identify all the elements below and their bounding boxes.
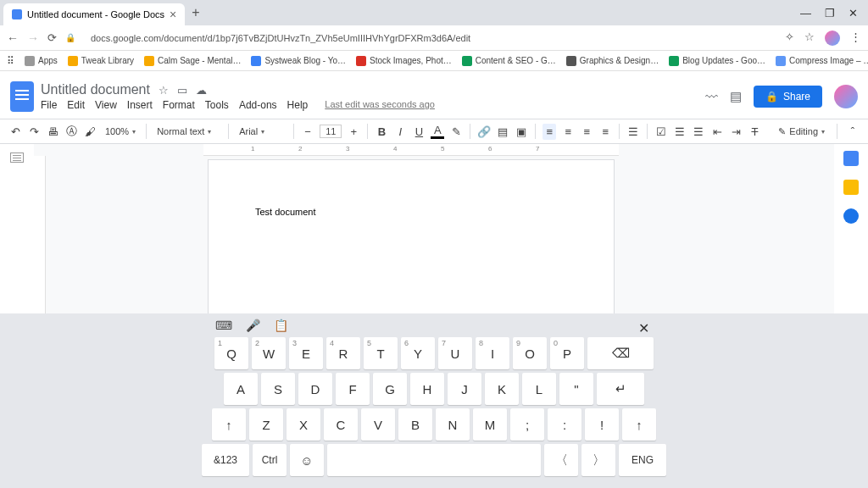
print-icon[interactable]: 🖶 bbox=[46, 125, 59, 138]
key-d[interactable]: D bbox=[298, 373, 332, 405]
key-n[interactable]: N bbox=[436, 408, 470, 441]
undo-icon[interactable]: ↶ bbox=[8, 125, 22, 138]
editing-mode-dropdown[interactable]: ✎ Editing bbox=[775, 126, 828, 137]
clipboard-icon[interactable]: 📋 bbox=[274, 319, 288, 332]
key-m[interactable]: M bbox=[473, 408, 507, 441]
key-x[interactable]: X bbox=[287, 408, 320, 441]
key-w[interactable]: 2W bbox=[252, 337, 286, 369]
align-justify-icon[interactable]: ≡ bbox=[598, 125, 612, 138]
minimize-icon[interactable]: — bbox=[800, 7, 811, 19]
toolbar-collapse-icon[interactable]: ˆ bbox=[846, 125, 860, 138]
number-list-icon[interactable]: ☰ bbox=[692, 125, 705, 138]
last-edit-status[interactable]: Last edit was seconds ago bbox=[325, 99, 435, 111]
key-h[interactable]: H bbox=[410, 373, 444, 405]
key-enter[interactable]: ↵ bbox=[597, 373, 644, 405]
key-language[interactable]: ENG bbox=[619, 444, 666, 476]
menu-help[interactable]: Help bbox=[287, 99, 309, 111]
menu-file[interactable]: File bbox=[41, 99, 57, 111]
share-page-icon[interactable]: ✧ bbox=[785, 30, 794, 46]
key-e[interactable]: 3E bbox=[289, 337, 323, 369]
font-size-increase[interactable]: + bbox=[347, 125, 360, 138]
keyboard-layout-icon[interactable]: ⌨ bbox=[215, 319, 232, 332]
key-punct[interactable]: : bbox=[548, 408, 581, 441]
star-icon[interactable]: ☆ bbox=[159, 84, 169, 97]
comment-insert-icon[interactable]: ▤ bbox=[496, 125, 509, 138]
key-emoji[interactable]: ☺ bbox=[290, 444, 324, 476]
key-i[interactable]: 8I bbox=[476, 337, 509, 369]
key-v[interactable]: V bbox=[361, 408, 395, 441]
bookmark-item[interactable]: Blog Updates - Goo… bbox=[669, 56, 765, 66]
key-punct[interactable]: ! bbox=[585, 408, 619, 441]
bold-icon[interactable]: B bbox=[375, 125, 388, 138]
bullet-list-icon[interactable]: ☰ bbox=[673, 125, 687, 138]
font-size-decrease[interactable]: − bbox=[301, 125, 314, 138]
key-s[interactable]: S bbox=[261, 373, 295, 405]
key-left[interactable]: 〈 bbox=[544, 444, 578, 476]
align-left-icon[interactable]: ≡ bbox=[542, 124, 556, 140]
bookmark-item[interactable]: Graphics & Design… bbox=[566, 56, 659, 66]
key-j[interactable]: J bbox=[448, 373, 481, 405]
microphone-icon[interactable]: 🎤 bbox=[246, 319, 260, 332]
bookmark-item[interactable]: Apps bbox=[25, 56, 58, 66]
align-center-icon[interactable]: ≡ bbox=[561, 125, 575, 138]
document-title[interactable]: Untitled document bbox=[41, 82, 150, 97]
checklist-icon[interactable]: ☑ bbox=[654, 125, 668, 138]
font-dropdown[interactable]: Arial bbox=[236, 126, 287, 136]
cloud-status-icon[interactable]: ☁ bbox=[196, 84, 207, 97]
profile-avatar-small[interactable] bbox=[825, 30, 840, 46]
key-z[interactable]: Z bbox=[249, 408, 283, 441]
key-t[interactable]: 5T bbox=[364, 337, 398, 369]
new-tab-button[interactable]: + bbox=[192, 5, 199, 20]
comments-icon[interactable]: ▤ bbox=[730, 89, 742, 104]
key-g[interactable]: G bbox=[373, 373, 407, 405]
menu-insert[interactable]: Insert bbox=[127, 99, 153, 111]
key-ctrl[interactable]: Ctrl bbox=[253, 444, 287, 476]
key-punct[interactable]: ; bbox=[510, 408, 544, 441]
key-shift-left[interactable]: ↑ bbox=[212, 408, 246, 441]
key-q[interactable]: 1Q bbox=[214, 337, 248, 369]
bookmark-item[interactable]: Stock Images, Phot… bbox=[356, 56, 452, 66]
spellcheck-icon[interactable]: Ⓐ bbox=[64, 124, 78, 139]
paragraph-style-dropdown[interactable]: Normal text bbox=[153, 126, 221, 136]
highlight-icon[interactable]: ✎ bbox=[449, 125, 463, 138]
indent-decrease-icon[interactable]: ⇤ bbox=[710, 125, 724, 138]
keep-icon[interactable] bbox=[843, 180, 859, 195]
key-quote[interactable]: " bbox=[559, 373, 593, 405]
font-size-value[interactable]: 11 bbox=[320, 125, 342, 138]
key-symbols[interactable]: &123 bbox=[202, 444, 249, 476]
key-a[interactable]: A bbox=[224, 373, 258, 405]
browser-tab[interactable]: Untitled document - Google Docs × bbox=[3, 3, 185, 25]
indent-increase-icon[interactable]: ⇥ bbox=[729, 125, 743, 138]
key-l[interactable]: L bbox=[522, 373, 556, 405]
key-k[interactable]: K bbox=[485, 373, 519, 405]
italic-icon[interactable]: I bbox=[393, 125, 407, 138]
menu-view[interactable]: View bbox=[95, 99, 117, 111]
activity-icon[interactable]: 〰 bbox=[705, 90, 718, 104]
keyboard-close-icon[interactable]: ✕ bbox=[638, 320, 649, 336]
key-b[interactable]: B bbox=[398, 408, 432, 441]
bookmark-item[interactable]: Tweak Library bbox=[68, 56, 134, 66]
close-tab-icon[interactable]: × bbox=[170, 8, 176, 21]
key-space[interactable] bbox=[327, 444, 541, 476]
key-backspace[interactable]: ⌫ bbox=[587, 337, 654, 369]
menu-format[interactable]: Format bbox=[163, 99, 195, 111]
maximize-icon[interactable]: ❐ bbox=[825, 7, 835, 19]
key-y[interactable]: 6Y bbox=[401, 337, 435, 369]
menu-add-ons[interactable]: Add-ons bbox=[239, 99, 277, 111]
key-r[interactable]: 4R bbox=[326, 337, 360, 369]
profile-avatar[interactable] bbox=[834, 85, 858, 108]
key-right[interactable]: 〉 bbox=[581, 444, 615, 476]
bookmark-item[interactable]: Systweak Blog - Yo… bbox=[251, 56, 346, 66]
key-c[interactable]: C bbox=[324, 408, 358, 441]
outline-toggle-icon[interactable] bbox=[10, 152, 24, 163]
key-f[interactable]: F bbox=[336, 373, 370, 405]
tasks-icon[interactable] bbox=[843, 208, 859, 224]
bookmark-star-icon[interactable]: ☆ bbox=[804, 30, 815, 46]
calendar-icon[interactable] bbox=[843, 151, 859, 166]
line-spacing-icon[interactable]: ☰ bbox=[626, 125, 640, 138]
menu-tools[interactable]: Tools bbox=[205, 99, 229, 111]
share-button[interactable]: 🔒 Share bbox=[754, 86, 822, 108]
menu-dots-icon[interactable]: ⋮ bbox=[850, 30, 861, 46]
menu-edit[interactable]: Edit bbox=[67, 99, 85, 111]
address-bar[interactable]: docs.google.com/document/d/1bp7j6TvBZjDt… bbox=[84, 33, 776, 43]
